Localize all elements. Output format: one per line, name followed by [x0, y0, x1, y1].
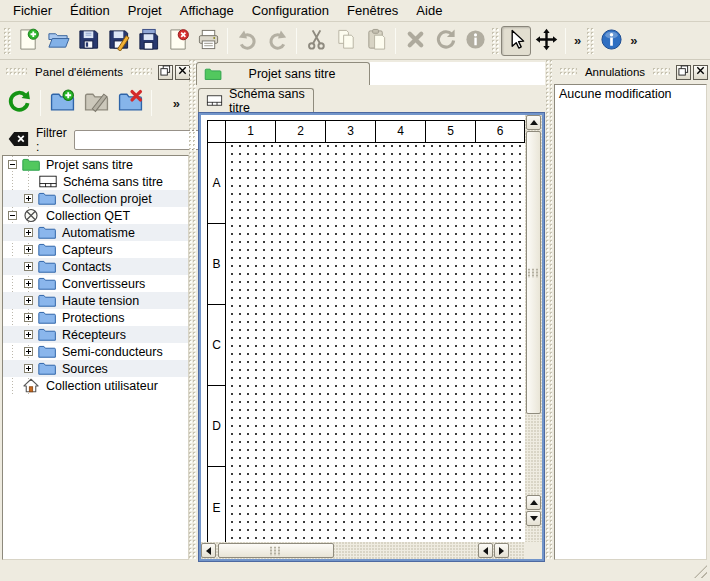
- collapse-icon[interactable]: [8, 211, 17, 220]
- expand-icon[interactable]: [24, 313, 33, 322]
- cut-button[interactable]: [301, 26, 331, 56]
- clear-filter-icon[interactable]: [8, 131, 29, 150]
- tree-item-label: Semi-conducteurs: [62, 345, 163, 359]
- vertical-scrollbar-thumb[interactable]: [526, 131, 541, 414]
- toolbar-separator: [40, 90, 41, 116]
- select-tool-button[interactable]: [501, 26, 531, 56]
- tree-item-recepteurs[interactable]: Récepteurs: [3, 326, 188, 343]
- expand-icon[interactable]: [24, 330, 33, 339]
- open-folder-icon: [47, 28, 70, 54]
- delete-button[interactable]: [400, 26, 430, 56]
- move-arrows-icon: [535, 28, 558, 54]
- tree-item-collection-projet[interactable]: Collection projet: [3, 190, 188, 207]
- paste-button[interactable]: [361, 26, 391, 56]
- expand-icon[interactable]: [24, 296, 33, 305]
- toolbar-drag-handle[interactable]: [492, 28, 499, 54]
- scroll-down-button[interactable]: [526, 511, 541, 526]
- scroll-right-button[interactable]: [494, 543, 509, 558]
- drawing-area[interactable]: [226, 142, 525, 542]
- save-as-button[interactable]: [103, 26, 133, 56]
- horizontal-scrollbar[interactable]: [201, 542, 525, 559]
- close-file-button[interactable]: [163, 26, 193, 56]
- schema-icon: [39, 174, 59, 190]
- status-bar: [0, 560, 710, 581]
- dock-float-button[interactable]: [158, 65, 173, 80]
- new-category-button[interactable]: [45, 86, 79, 120]
- expand-icon[interactable]: [24, 228, 33, 237]
- undo-history-item[interactable]: Aucune modification: [555, 85, 706, 103]
- expand-icon[interactable]: [24, 194, 33, 203]
- tree-item-label: Récepteurs: [62, 328, 126, 342]
- redo-button[interactable]: [262, 26, 292, 56]
- tree-item-label: Protections: [62, 311, 125, 325]
- menu-projet[interactable]: Projet: [119, 0, 171, 21]
- tree-item-haute-tension[interactable]: Haute tension: [3, 292, 188, 309]
- menu-affichage[interactable]: Affichage: [171, 0, 243, 21]
- expand-icon[interactable]: [24, 245, 33, 254]
- expand-icon[interactable]: [24, 262, 33, 271]
- save-button[interactable]: [73, 26, 103, 56]
- menu-fenetres[interactable]: Fenêtres: [338, 0, 407, 21]
- tree-item-label: Projet sans titre: [46, 158, 133, 172]
- tree-item-schema-sans-titre[interactable]: Schéma sans titre: [3, 173, 188, 190]
- menu-fichier[interactable]: Fichier: [4, 0, 61, 21]
- left-splitter-handle[interactable]: [189, 60, 196, 560]
- expand-icon[interactable]: [24, 364, 33, 373]
- tree-item-collection-qet[interactable]: Collection QET: [3, 207, 188, 224]
- dock-close-button[interactable]: [175, 65, 190, 80]
- tree-item-protections[interactable]: Protections: [3, 309, 188, 326]
- reload-collections-button[interactable]: [2, 86, 36, 120]
- menu-aide[interactable]: Aide: [407, 0, 451, 21]
- scroll-left-button[interactable]: [478, 543, 493, 558]
- toolbar-overflow-button[interactable]: »: [626, 33, 641, 48]
- tree-item-sources[interactable]: Sources: [3, 360, 188, 377]
- object-info-button[interactable]: [460, 26, 490, 56]
- float-icon: [678, 65, 689, 79]
- menu-edition[interactable]: Édition: [61, 0, 119, 21]
- scroll-up-button[interactable]: [526, 495, 541, 510]
- diagram-info-button[interactable]: [596, 26, 626, 56]
- print-button[interactable]: [193, 26, 223, 56]
- tree-item-contacts[interactable]: Contacts: [3, 258, 188, 275]
- undo-button[interactable]: [232, 26, 262, 56]
- new-file-button[interactable]: [13, 26, 43, 56]
- tab-schema-sans-titre[interactable]: Schéma sans titre: [198, 88, 314, 112]
- toolbar-drag-handle[interactable]: [4, 28, 11, 54]
- elements-panel-titlebar[interactable]: Panel d'éléments: [2, 63, 190, 81]
- toolbar-drag-handle[interactable]: [587, 28, 594, 54]
- edit-category-button[interactable]: [79, 86, 113, 120]
- rotate-icon: [434, 28, 457, 54]
- dock-close-button[interactable]: [693, 65, 708, 80]
- save-all-button[interactable]: [133, 26, 163, 56]
- triangle-up-icon: [530, 500, 538, 505]
- delete-category-button[interactable]: [113, 86, 147, 120]
- toolbar-overflow-button[interactable]: »: [570, 33, 585, 48]
- tree-item-automatisme[interactable]: Automatisme: [3, 224, 188, 241]
- tree-item-capteurs[interactable]: Capteurs: [3, 241, 188, 258]
- tree-item-semi-conducteurs[interactable]: Semi-conducteurs: [3, 343, 188, 360]
- vertical-scrollbar[interactable]: [525, 115, 542, 542]
- right-splitter-handle[interactable]: [546, 60, 552, 560]
- expand-icon[interactable]: [24, 279, 33, 288]
- tree-item-projet-sans-titre[interactable]: Projet sans titre: [3, 156, 188, 173]
- horizontal-scrollbar-thumb[interactable]: [218, 543, 334, 558]
- rotate-button[interactable]: [430, 26, 460, 56]
- menu-configuration[interactable]: Configuration: [243, 0, 338, 21]
- info-gray-icon: [464, 28, 487, 54]
- schema-canvas[interactable]: 1 2 3 4 5 6 A B C D E: [201, 115, 525, 542]
- expand-icon[interactable]: [24, 347, 33, 356]
- resize-grip[interactable]: [694, 565, 707, 578]
- collapse-icon[interactable]: [8, 160, 17, 169]
- toolbar-separator: [565, 28, 566, 54]
- copy-button[interactable]: [331, 26, 361, 56]
- tab-projet-sans-titre[interactable]: Projet sans titre: [196, 62, 370, 85]
- tree-item-convertisseurs[interactable]: Convertisseurs: [3, 275, 188, 292]
- dock-float-button[interactable]: [676, 65, 691, 80]
- scroll-left-button[interactable]: [201, 543, 216, 558]
- scroll-up-button[interactable]: [526, 115, 541, 130]
- open-file-button[interactable]: [43, 26, 73, 56]
- panel-overflow-button[interactable]: »: [169, 96, 184, 111]
- pan-tool-button[interactable]: [531, 26, 561, 56]
- undo-panel-titlebar[interactable]: Annulations: [556, 63, 708, 81]
- tree-item-collection-utilisateur[interactable]: Collection utilisateur: [3, 377, 188, 394]
